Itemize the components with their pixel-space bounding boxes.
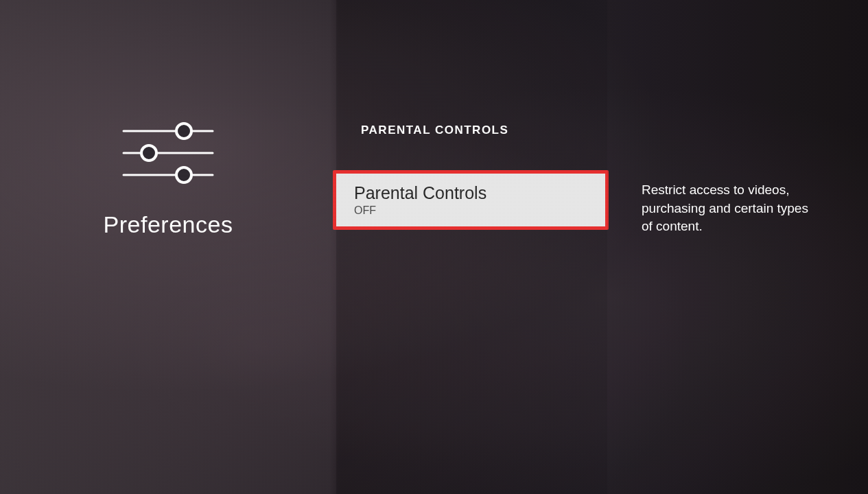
right-panel: Restrict access to videos, purchasing an… (607, 0, 868, 494)
menu-item-title: Parental Controls (354, 183, 587, 203)
left-panel: Preferences (0, 0, 336, 494)
svg-point-5 (176, 167, 191, 183)
preferences-sliders-icon (120, 119, 216, 187)
item-description: Restrict access to videos, purchasing an… (642, 181, 820, 236)
page-title: Preferences (104, 211, 233, 238)
svg-point-1 (176, 124, 191, 139)
middle-panel: PARENTAL CONTROLS Parental Controls OFF (336, 0, 607, 494)
parental-controls-item[interactable]: Parental Controls OFF (333, 170, 609, 230)
menu-item-status: OFF (354, 204, 587, 217)
section-header: PARENTAL CONTROLS (336, 124, 607, 137)
svg-point-3 (141, 145, 156, 161)
